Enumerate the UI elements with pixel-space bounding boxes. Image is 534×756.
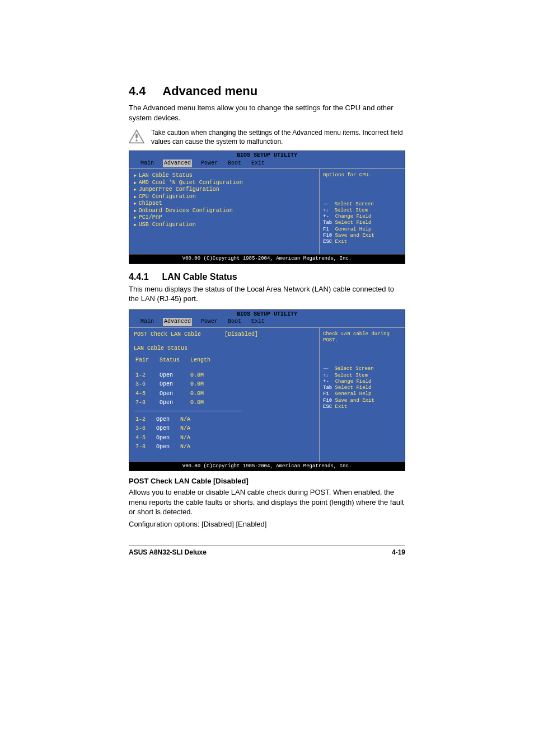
col-status: Status — [159, 356, 189, 365]
lan-status-table: Pair Status Length 1-2Open0.0M 3-6Open0.… — [134, 355, 221, 408]
bios-footer: V00.00 (C)Copyright 1985-2004, American … — [129, 254, 405, 263]
bios-right-panel: Options for CPU. →← Select Screen ↑↓ Sel… — [320, 169, 405, 254]
keyhint-label: Select Field — [335, 385, 372, 391]
menu-item-label: Onboard Devices Configration — [139, 208, 233, 215]
menu-item[interactable]: ▶USB Configuration — [134, 222, 315, 229]
warning-icon — [129, 129, 144, 146]
tab-boot[interactable]: Boot — [227, 318, 242, 326]
menu-item-label: JumperFree Configuration — [139, 186, 219, 194]
menu-item[interactable]: ▶CPU Configuration — [134, 194, 315, 201]
tab-exit[interactable]: Exit — [250, 159, 266, 168]
tab-boot[interactable]: Boot — [227, 159, 242, 168]
keyhint-label: Exit — [335, 404, 348, 410]
page-footer: ASUS A8N32-SLI Deluxe 4-19 — [129, 546, 405, 556]
bios-titlebar: BIOS SETUP UTILITY — [129, 151, 405, 159]
bios-key-hints: →← Select Screen ↑↓ Select Item +- Chang… — [323, 366, 401, 410]
keyhint-label: Exit — [335, 239, 348, 245]
tab-main[interactable]: Main — [139, 318, 155, 326]
keyhint: F10 — [323, 233, 332, 238]
divider — [134, 411, 242, 411]
tab-power[interactable]: Power — [200, 318, 219, 326]
post-check-body: Allows you to enable or disable LAN cabl… — [129, 487, 405, 517]
menu-item-label: CPU Configuration — [139, 194, 196, 201]
subsection-heading: 4.4.1 LAN Cable Status — [129, 272, 405, 282]
document-page: 4.4 Advanced menu The Advanced menu item… — [0, 0, 534, 579]
section-number: 4.4 — [129, 84, 160, 98]
table-row: 1-2OpenN/A — [135, 416, 199, 424]
submenu-arrow-icon: ▶ — [134, 222, 137, 228]
bios-panel-advanced: BIOS SETUP UTILITY Main Advanced Power B… — [129, 151, 405, 264]
tab-power[interactable]: Power — [200, 159, 219, 168]
caution-block: Take caution when changing the settings … — [129, 128, 405, 146]
keyhint: F10 — [323, 398, 332, 403]
keyhint: →← — [323, 201, 329, 206]
post-check-options: Configuration options: [Disabled] [Enabl… — [129, 519, 405, 529]
keyhint-label: Save and Exit — [335, 233, 374, 238]
keyhint-label: Save and Exit — [335, 398, 374, 403]
menu-item-label: PCI/PnP — [139, 214, 162, 222]
table-row: 1-2Open0.0M — [135, 372, 219, 380]
subsection-number: 4.4.1 — [129, 272, 160, 282]
keyhint-label: Change Field — [335, 379, 372, 384]
tab-exit[interactable]: Exit — [250, 318, 266, 326]
tab-main[interactable]: Main — [139, 159, 155, 168]
table-title: LAN Cable Status — [134, 345, 315, 353]
menu-item[interactable]: ▶JumperFree Configuration — [134, 186, 315, 194]
bios-right-panel: Check LAN cable during POST. →← Select S… — [320, 328, 405, 462]
table-row: 3-6Open0.0M — [135, 381, 219, 389]
caution-text: Take caution when changing the settings … — [151, 128, 405, 146]
field-label: POST Check LAN Cable — [134, 331, 201, 337]
subsection-intro: This menu displays the status of the Loc… — [129, 284, 405, 304]
table-row: 4-5OpenN/A — [135, 434, 199, 443]
keyhint: Tab — [323, 385, 332, 391]
post-check-row[interactable]: POST Check LAN Cable [Disabled] — [134, 331, 315, 339]
svg-rect-1 — [135, 134, 138, 139]
submenu-arrow-icon: ▶ — [134, 187, 137, 192]
lan-status-table-2: 1-2OpenN/A 3-6OpenN/A 4-5OpenN/A 7-8Open… — [134, 415, 200, 453]
keyhint-label: General Help — [335, 391, 372, 397]
submenu-arrow-icon: ▶ — [134, 173, 137, 179]
footer-product: ASUS A8N32-SLI Deluxe — [129, 548, 207, 556]
bios-left-panel: POST Check LAN Cable [Disabled] LAN Cabl… — [129, 328, 320, 462]
bios-tabs: Main Advanced Power Boot Exit — [129, 159, 405, 169]
keyhint-label: Select Field — [335, 220, 372, 226]
table-row: 3-6OpenN/A — [135, 425, 199, 433]
keyhint: Tab — [323, 220, 332, 226]
menu-item-label: LAN Cable Status — [139, 172, 193, 180]
svg-point-2 — [135, 139, 138, 142]
keyhint: ESC — [323, 404, 332, 410]
col-pair: Pair — [135, 356, 158, 365]
field-value: [Disabled] — [224, 331, 258, 337]
keyhint-label: Select Item — [334, 208, 367, 213]
submenu-arrow-icon: ▶ — [134, 201, 137, 206]
keyhint: +- — [323, 379, 329, 384]
submenu-arrow-icon: ▶ — [134, 208, 137, 214]
keyhint: +- — [323, 214, 329, 219]
table-row: 7-8OpenN/A — [135, 443, 199, 452]
bios-titlebar: BIOS SETUP UTILITY — [129, 310, 405, 318]
bios-tabs: Main Advanced Power Boot Exit — [129, 318, 405, 327]
menu-item-label: Chipset — [139, 200, 162, 208]
menu-item-label: AMD Cool 'N Quiet Configuration — [139, 180, 243, 187]
menu-item[interactable]: ▶AMD Cool 'N Quiet Configuration — [134, 180, 315, 187]
menu-item[interactable]: ▶LAN Cable Status — [134, 172, 315, 180]
submenu-arrow-icon: ▶ — [134, 215, 137, 220]
col-length: Length — [190, 356, 219, 365]
tab-advanced[interactable]: Advanced — [163, 318, 192, 326]
tab-advanced[interactable]: Advanced — [163, 159, 192, 168]
menu-item[interactable]: ▶PCI/PnP — [134, 214, 315, 222]
keyhint: →← — [323, 366, 329, 371]
table-header-row: Pair Status Length — [135, 356, 219, 365]
keyhint-label: Change Field — [335, 214, 372, 219]
keyhint: ↑↓ — [323, 208, 329, 213]
keyhint: ESC — [323, 239, 332, 245]
keyhint-label: Select Screen — [334, 201, 373, 207]
post-check-heading: POST Check LAN Cable [Disabled] — [129, 477, 405, 485]
keyhint-label: General Help — [335, 227, 372, 232]
bios-key-hints: →← Select Screen ↑↓ Select Item +- Chang… — [323, 201, 401, 246]
menu-item[interactable]: ▶Chipset — [134, 200, 315, 208]
submenu-arrow-icon: ▶ — [134, 180, 137, 186]
footer-page-number: 4-19 — [392, 548, 405, 556]
keyhint: F1 — [323, 227, 329, 232]
menu-item[interactable]: ▶Onboard Devices Configration — [134, 208, 315, 215]
